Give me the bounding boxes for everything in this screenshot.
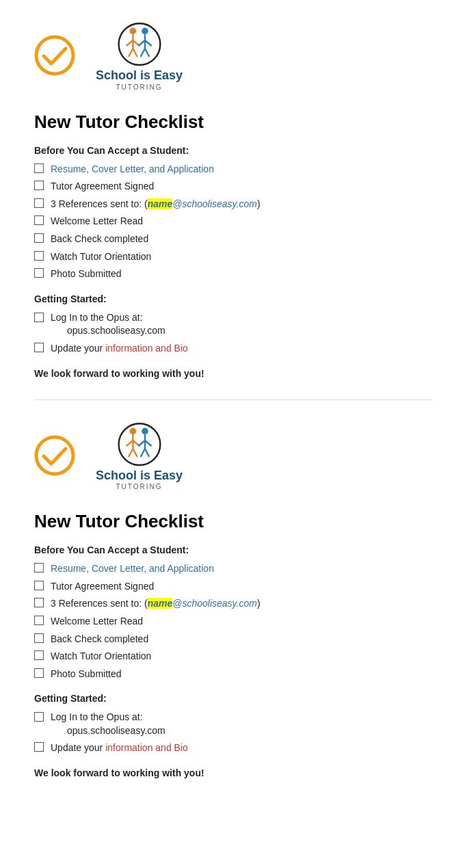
- before-title-1: Before You Can Accept a Student:: [34, 145, 433, 156]
- item-text: Update your information and Bio: [51, 342, 188, 356]
- item-text: Watch Tutor Orientation: [51, 650, 151, 663]
- getting-title-1: Getting Started:: [34, 293, 433, 304]
- checkbox[interactable]: [34, 343, 44, 352]
- item-text: Photo Submitted: [51, 267, 122, 281]
- item-text: Welcome Letter Read: [51, 615, 143, 629]
- before-list-2: Resume, Cover Letter, and Application Tu…: [34, 562, 433, 681]
- check-circle-icon-2: [34, 435, 75, 476]
- list-item: Welcome Letter Read: [34, 215, 433, 228]
- item-text: Back Check completed: [51, 233, 148, 246]
- list-item: Log In to the Opus at: opus.schooliseasy…: [34, 311, 433, 338]
- item-text: Back Check completed: [51, 633, 148, 646]
- section-2: School is Easy TUTORING New Tutor Checkl…: [34, 421, 433, 779]
- svg-line-20: [129, 449, 133, 457]
- header-1: School is Easy TUTORING: [34, 21, 433, 91]
- checkbox[interactable]: [34, 181, 44, 190]
- checkbox[interactable]: [34, 215, 44, 225]
- header-2: School is Easy TUTORING: [34, 421, 433, 491]
- info-bio-link-2[interactable]: information and Bio: [105, 742, 188, 753]
- checkbox[interactable]: [34, 268, 44, 278]
- item-text: 3 References sent to: (name@schooliseasy…: [51, 198, 261, 211]
- svg-line-27: [145, 449, 149, 457]
- logo-icon-2: [112, 421, 167, 469]
- item-text: Welcome Letter Read: [51, 215, 143, 228]
- checkbox[interactable]: [34, 313, 44, 322]
- item-text: Resume, Cover Letter, and Application: [51, 562, 214, 576]
- svg-point-22: [142, 428, 148, 434]
- list-item: Resume, Cover Letter, and Application: [34, 562, 433, 576]
- svg-line-13: [145, 49, 149, 57]
- checkbox[interactable]: [34, 633, 44, 643]
- item-text: Log In to the Opus at: opus.schooliseasy…: [51, 711, 165, 737]
- checkbox[interactable]: [34, 712, 44, 722]
- list-item: Watch Tutor Orientation: [34, 250, 433, 264]
- checkbox[interactable]: [34, 251, 44, 261]
- svg-line-24: [138, 440, 145, 446]
- svg-point-8: [142, 28, 148, 35]
- logo-2: School is Easy TUTORING: [96, 421, 183, 491]
- checkbox[interactable]: [34, 581, 44, 590]
- section-1: School is Easy TUTORING New Tutor Checkl…: [34, 21, 433, 379]
- checkbox[interactable]: [34, 198, 44, 208]
- item-text: Watch Tutor Orientation: [51, 250, 151, 264]
- list-item: Back Check completed: [34, 633, 433, 646]
- checkbox[interactable]: [34, 163, 44, 173]
- list-item: Update your information and Bio: [34, 741, 433, 755]
- logo-text-2: School is Easy: [96, 469, 183, 484]
- list-item: Welcome Letter Read: [34, 615, 433, 629]
- list-item: Tutor Agreement Signed: [34, 180, 433, 194]
- list-item: Photo Submitted: [34, 668, 433, 681]
- list-item: Log In to the Opus at: opus.schooliseasy…: [34, 711, 433, 737]
- getting-list-1: Log In to the Opus at: opus.schooliseasy…: [34, 311, 433, 356]
- list-item: Resume, Cover Letter, and Application: [34, 163, 433, 176]
- checkbox[interactable]: [34, 668, 44, 678]
- svg-line-11: [145, 40, 152, 46]
- info-bio-link[interactable]: information and Bio: [105, 343, 188, 354]
- list-item: Update your information and Bio: [34, 342, 433, 356]
- svg-line-10: [138, 40, 145, 46]
- heading-1: New Tutor Checklist: [34, 111, 433, 133]
- svg-line-12: [140, 49, 144, 57]
- list-item: Tutor Agreement Signed: [34, 580, 433, 594]
- list-item: 3 References sent to: (name@schooliseasy…: [34, 198, 433, 211]
- item-text: Update your information and Bio: [51, 741, 188, 755]
- item-text: Tutor Agreement Signed: [51, 180, 154, 194]
- page-content: School is Easy TUTORING New Tutor Checkl…: [0, 0, 467, 819]
- list-item: Back Check completed: [34, 233, 433, 246]
- logo-1: School is Easy TUTORING: [96, 21, 183, 91]
- svg-line-7: [133, 49, 137, 57]
- svg-line-6: [129, 49, 133, 57]
- before-title-2: Before You Can Accept a Student:: [34, 544, 433, 555]
- logo-sub-2: TUTORING: [116, 483, 163, 490]
- svg-line-21: [133, 449, 137, 457]
- svg-line-4: [126, 40, 133, 46]
- checkbox[interactable]: [34, 563, 44, 573]
- svg-point-2: [129, 28, 136, 35]
- closing-1: We look forward to working with you!: [34, 368, 433, 379]
- list-item: 3 References sent to: (name@schooliseasy…: [34, 597, 433, 611]
- svg-point-0: [36, 37, 73, 74]
- svg-line-26: [140, 449, 144, 457]
- svg-point-16: [129, 428, 136, 434]
- logo-text-1: School is Easy: [96, 68, 183, 83]
- checkbox[interactable]: [34, 616, 44, 625]
- closing-2: We look forward to working with you!: [34, 767, 433, 778]
- checkbox[interactable]: [34, 650, 44, 660]
- getting-list-2: Log In to the Opus at: opus.schooliseasy…: [34, 711, 433, 755]
- section-divider: [34, 399, 433, 400]
- item-text: Log In to the Opus at: opus.schooliseasy…: [51, 311, 165, 338]
- list-item: Photo Submitted: [34, 267, 433, 281]
- item-text: 3 References sent to: (name@schooliseasy…: [51, 597, 261, 611]
- logo-icon-1: [112, 21, 167, 68]
- svg-line-18: [126, 440, 133, 446]
- checkbox[interactable]: [34, 598, 44, 607]
- opus-url: opus.schooliseasy.com: [67, 325, 165, 336]
- checkbox[interactable]: [34, 742, 44, 752]
- logo-sub-1: TUTORING: [116, 83, 163, 91]
- check-circle-icon: [34, 35, 75, 76]
- list-item: Watch Tutor Orientation: [34, 650, 433, 663]
- opus-url-2: opus.schooliseasy.com: [67, 725, 165, 736]
- getting-title-2: Getting Started:: [34, 693, 433, 704]
- heading-2: New Tutor Checklist: [34, 511, 433, 532]
- checkbox[interactable]: [34, 233, 44, 243]
